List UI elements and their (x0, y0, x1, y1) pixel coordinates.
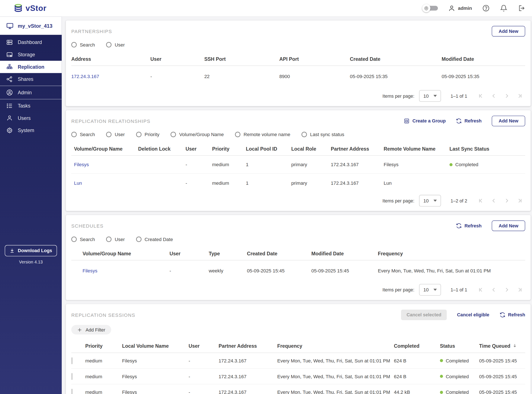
page-size-select[interactable]: 10 (419, 195, 441, 207)
user-menu[interactable]: admin (448, 5, 472, 12)
create-group-button[interactable]: Create a Group (404, 118, 446, 124)
notifications-button[interactable] (500, 5, 507, 12)
select-caret-icon (434, 95, 437, 97)
column-header: Remote Volume Name (384, 146, 450, 151)
download-logs-button[interactable]: Download Logs (5, 245, 57, 256)
schedules-pagination: Items per page: 10 1–1 of 1 (71, 281, 525, 299)
storage-icon (6, 51, 13, 58)
last-page-button[interactable] (516, 93, 523, 99)
column-header: Created Date (350, 56, 442, 62)
filter-radio-volume-group-name[interactable]: Volume/Group Name (171, 132, 224, 137)
schedules-add-new-button[interactable]: Add New (492, 221, 525, 231)
add-filter-label: Add Filter (86, 327, 105, 332)
next-page-button[interactable] (503, 93, 510, 99)
help-button[interactable] (482, 5, 490, 12)
select-caret-icon (434, 200, 437, 202)
column-header: Deletion Lock (138, 146, 185, 151)
page-size-select[interactable]: 10 (419, 90, 441, 102)
sidebar-item-admin[interactable]: Admin (0, 86, 62, 99)
cell-local-volume-name: Filesys (122, 389, 189, 394)
pagination-nav (477, 286, 525, 293)
column-header: Modified Date (442, 56, 525, 62)
plus-icon (77, 327, 82, 332)
cell-remote-volume-name: Lun (384, 180, 450, 186)
column-header: Local Role (291, 146, 331, 151)
last-page-button[interactable] (516, 286, 523, 293)
schedules-refresh-button[interactable]: Refresh (456, 223, 481, 229)
next-page-button[interactable] (503, 197, 510, 204)
column-header: Partner Address (219, 343, 277, 349)
sidebar-divider (0, 86, 62, 86)
next-page-button[interactable] (503, 286, 510, 293)
theme-toggle[interactable] (422, 4, 438, 12)
previous-page-button[interactable] (491, 197, 497, 204)
filter-label: Search (80, 237, 95, 242)
table-row: medium Filesys - 172.24.3.167 Every Mon,… (71, 369, 525, 384)
cell-api-port: 8900 (279, 74, 350, 79)
filter-radio-search[interactable]: Search (71, 42, 95, 47)
page-size-select[interactable]: 10 (419, 284, 441, 296)
relationships-refresh-button[interactable]: Refresh (456, 118, 481, 124)
volume-group-link[interactable]: Lun (74, 180, 138, 186)
column-header: Local Volume Name (122, 343, 189, 349)
radio-icon (302, 132, 307, 137)
filter-radio-created-date[interactable]: Created Date (136, 237, 173, 242)
sidebar-item-storage[interactable]: Storage (0, 48, 62, 61)
column-header: Type (209, 251, 247, 256)
previous-page-button[interactable] (491, 93, 497, 99)
column-header: User (151, 56, 204, 62)
filter-radio-user[interactable]: User (106, 42, 125, 47)
column-header-sortable[interactable]: Time Queued (479, 343, 525, 349)
row-checkbox[interactable] (71, 357, 72, 364)
first-page-button[interactable] (477, 93, 484, 99)
column-header: SSH Port (204, 56, 279, 62)
refresh-icon (500, 312, 505, 318)
row-checkbox[interactable] (71, 389, 72, 394)
status-badge: Completed (440, 389, 479, 394)
partner-address-link[interactable]: 172.24.3.167 (71, 74, 150, 79)
sidebar-item-users[interactable]: Users (0, 112, 62, 124)
last-page-button[interactable] (516, 197, 523, 204)
sort-descending-icon (512, 343, 517, 349)
cell-frequency: Every Mon, Tue, Wed, Thu, Fri, Sat, Sun … (378, 268, 525, 274)
cancel-eligible-button[interactable]: Cancel eligible (457, 312, 489, 317)
relationships-pagination: Items per page: 10 1–2 of 2 (71, 192, 525, 209)
cell-type: weekly (209, 268, 247, 274)
volume-group-link[interactable]: Filesys (74, 162, 138, 167)
add-filter-button[interactable]: Add Filter (71, 325, 111, 334)
sessions-refresh-button[interactable]: Refresh (500, 312, 525, 318)
sidebar: my_vStor_413 Dashboard Storage (0, 17, 62, 394)
filter-radio-priority[interactable]: Priority (136, 132, 159, 137)
filter-radio-search[interactable]: Search (71, 237, 95, 242)
previous-page-button[interactable] (491, 286, 497, 293)
filter-radio-last-sync-status[interactable]: Last sync status (302, 132, 345, 137)
logout-button[interactable] (518, 5, 525, 12)
sidebar-item-label: Users (18, 115, 31, 121)
row-checkbox[interactable] (71, 373, 72, 380)
volume-group-link[interactable]: Filesys (82, 268, 169, 274)
relationships-add-new-button[interactable]: Add New (492, 116, 525, 126)
sidebar-item-label: Shares (18, 76, 33, 82)
sidebar-item-replication[interactable]: Replication (0, 61, 62, 73)
first-page-button[interactable] (477, 197, 484, 204)
cancel-selected-button[interactable]: Cancel selected (401, 310, 447, 320)
sessions-card: REPLICATION SESSIONS Cancel selected Can… (66, 304, 531, 394)
column-header: Last Sync Status (450, 146, 525, 151)
partnerships-add-new-button[interactable]: Add New (492, 26, 525, 37)
radio-icon (136, 237, 142, 242)
filter-radio-remote-volume-name[interactable]: Remote volume name (235, 132, 290, 137)
first-page-button[interactable] (477, 286, 484, 293)
column-header: User (169, 251, 209, 256)
sidebar-item-shares[interactable]: Shares (0, 73, 62, 85)
app-name: vStor (25, 4, 46, 13)
filter-radio-search[interactable]: Search (71, 132, 95, 137)
cell-local-pool-id: 1 (246, 162, 291, 167)
sidebar-item-system[interactable]: System (0, 124, 62, 136)
sidebar-item-tasks[interactable]: Tasks (0, 100, 62, 112)
pagination-nav (477, 93, 525, 99)
partnerships-card: PARTNERSHIPS Add New Search User Addr (66, 21, 531, 106)
status-dot-icon (450, 163, 452, 166)
filter-radio-user[interactable]: User (106, 132, 125, 137)
sidebar-item-dashboard[interactable]: Dashboard (0, 36, 62, 49)
filter-radio-user[interactable]: User (106, 237, 125, 242)
